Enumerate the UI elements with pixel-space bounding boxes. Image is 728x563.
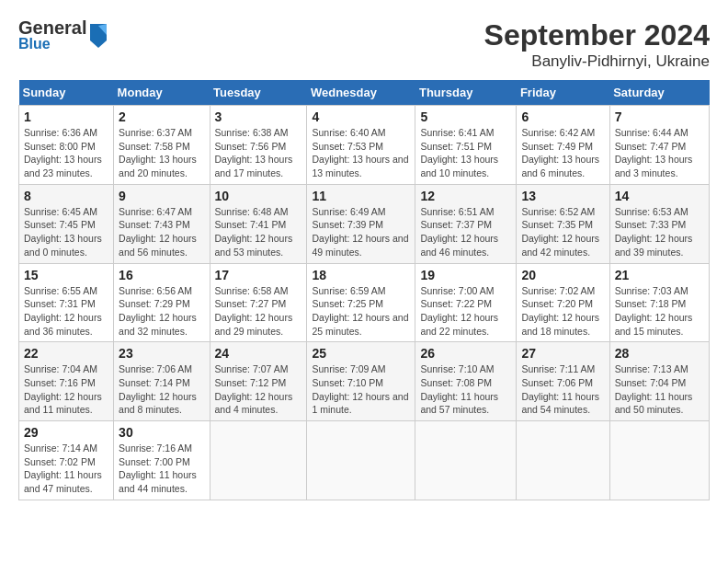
logo: General Blue xyxy=(18,18,108,52)
day-number: 21 xyxy=(615,268,704,282)
calendar-table: Sunday Monday Tuesday Wednesday Thursday… xyxy=(18,80,710,500)
day-number: 12 xyxy=(420,189,511,203)
day-info: Sunrise: 7:02 AMSunset: 7:20 PMDaylight:… xyxy=(521,285,599,337)
table-row: 8 Sunrise: 6:45 AMSunset: 7:45 PMDayligh… xyxy=(19,184,114,263)
col-tuesday: Tuesday xyxy=(210,80,307,106)
table-row: 29 Sunrise: 7:14 AMSunset: 7:02 PMDaylig… xyxy=(19,421,114,500)
day-number: 3 xyxy=(215,109,302,124)
day-info: Sunrise: 6:38 AMSunset: 7:56 PMDaylight:… xyxy=(215,127,293,178)
day-info: Sunrise: 6:52 AMSunset: 7:35 PMDaylight:… xyxy=(521,206,599,258)
table-row: 27 Sunrise: 7:11 AMSunset: 7:06 PMDaylig… xyxy=(517,342,609,421)
day-number: 14 xyxy=(615,189,704,203)
table-row: 9 Sunrise: 6:47 AMSunset: 7:43 PMDayligh… xyxy=(114,184,210,263)
table-row: 11 Sunrise: 6:49 AMSunset: 7:39 PMDaylig… xyxy=(307,184,415,263)
day-number: 25 xyxy=(312,346,410,361)
calendar-week-row: 15 Sunrise: 6:55 AMSunset: 7:31 PMDaylig… xyxy=(19,263,710,342)
day-info: Sunrise: 6:59 AMSunset: 7:25 PMDaylight:… xyxy=(312,285,408,337)
day-number: 23 xyxy=(119,346,204,361)
calendar-week-row: 29 Sunrise: 7:14 AMSunset: 7:02 PMDaylig… xyxy=(19,421,710,500)
day-info: Sunrise: 6:45 AMSunset: 7:45 PMDaylight:… xyxy=(24,206,102,258)
day-number: 9 xyxy=(119,189,204,203)
day-number: 8 xyxy=(24,189,108,203)
calendar-week-row: 1 Sunrise: 6:36 AMSunset: 8:00 PMDayligh… xyxy=(19,106,710,185)
day-info: Sunrise: 6:48 AMSunset: 7:41 PMDaylight:… xyxy=(215,206,293,258)
table-row xyxy=(609,421,709,500)
table-row: 25 Sunrise: 7:09 AMSunset: 7:10 PMDaylig… xyxy=(307,342,415,421)
title-block: September 2024 Banyliv-Pidhirnyi, Ukrain… xyxy=(484,18,710,71)
table-row: 26 Sunrise: 7:10 AMSunset: 7:08 PMDaylig… xyxy=(415,342,517,421)
day-number: 28 xyxy=(615,346,704,361)
day-info: Sunrise: 6:44 AMSunset: 7:47 PMDaylight:… xyxy=(615,127,693,178)
table-row: 21 Sunrise: 7:03 AMSunset: 7:18 PMDaylig… xyxy=(609,263,709,342)
col-saturday: Saturday xyxy=(609,80,709,106)
day-info: Sunrise: 6:36 AMSunset: 8:00 PMDaylight:… xyxy=(24,127,102,178)
table-row: 7 Sunrise: 6:44 AMSunset: 7:47 PMDayligh… xyxy=(609,106,709,185)
day-info: Sunrise: 7:14 AMSunset: 7:02 PMDaylight:… xyxy=(24,442,102,494)
day-info: Sunrise: 6:41 AMSunset: 7:51 PMDaylight:… xyxy=(420,127,498,178)
day-info: Sunrise: 6:51 AMSunset: 7:37 PMDaylight:… xyxy=(420,206,498,258)
day-number: 18 xyxy=(312,268,410,282)
day-info: Sunrise: 6:58 AMSunset: 7:27 PMDaylight:… xyxy=(215,285,293,337)
day-number: 22 xyxy=(24,346,108,361)
day-info: Sunrise: 6:37 AMSunset: 7:58 PMDaylight:… xyxy=(119,127,197,178)
day-number: 15 xyxy=(24,268,108,282)
day-number: 1 xyxy=(24,109,108,124)
day-info: Sunrise: 7:10 AMSunset: 7:08 PMDaylight:… xyxy=(420,363,498,415)
day-number: 30 xyxy=(119,425,204,440)
table-row: 22 Sunrise: 7:04 AMSunset: 7:16 PMDaylig… xyxy=(19,342,114,421)
day-info: Sunrise: 6:56 AMSunset: 7:29 PMDaylight:… xyxy=(119,285,197,337)
day-number: 27 xyxy=(521,346,604,361)
table-row xyxy=(210,421,307,500)
col-friday: Friday xyxy=(517,80,609,106)
day-info: Sunrise: 7:06 AMSunset: 7:14 PMDaylight:… xyxy=(119,363,197,415)
col-thursday: Thursday xyxy=(415,80,517,106)
table-row xyxy=(415,421,517,500)
table-row: 4 Sunrise: 6:40 AMSunset: 7:53 PMDayligh… xyxy=(307,106,415,185)
day-number: 10 xyxy=(215,189,302,203)
day-number: 5 xyxy=(420,109,511,124)
table-row: 10 Sunrise: 6:48 AMSunset: 7:41 PMDaylig… xyxy=(210,184,307,263)
table-row: 16 Sunrise: 6:56 AMSunset: 7:29 PMDaylig… xyxy=(114,263,210,342)
table-row: 12 Sunrise: 6:51 AMSunset: 7:37 PMDaylig… xyxy=(415,184,517,263)
table-row: 19 Sunrise: 7:00 AMSunset: 7:22 PMDaylig… xyxy=(415,263,517,342)
day-number: 13 xyxy=(521,189,604,203)
table-row: 15 Sunrise: 6:55 AMSunset: 7:31 PMDaylig… xyxy=(19,263,114,342)
day-info: Sunrise: 6:55 AMSunset: 7:31 PMDaylight:… xyxy=(24,285,102,337)
day-number: 11 xyxy=(312,189,410,203)
day-info: Sunrise: 7:11 AMSunset: 7:06 PMDaylight:… xyxy=(521,363,599,415)
day-number: 7 xyxy=(615,109,704,124)
day-info: Sunrise: 7:04 AMSunset: 7:16 PMDaylight:… xyxy=(24,363,102,415)
day-info: Sunrise: 6:40 AMSunset: 7:53 PMDaylight:… xyxy=(312,127,408,178)
day-number: 6 xyxy=(521,109,604,124)
table-row: 13 Sunrise: 6:52 AMSunset: 7:35 PMDaylig… xyxy=(517,184,609,263)
table-row: 6 Sunrise: 6:42 AMSunset: 7:49 PMDayligh… xyxy=(517,106,609,185)
calendar-week-row: 22 Sunrise: 7:04 AMSunset: 7:16 PMDaylig… xyxy=(19,342,710,421)
day-number: 4 xyxy=(312,109,410,124)
day-info: Sunrise: 6:49 AMSunset: 7:39 PMDaylight:… xyxy=(312,206,408,258)
table-row: 14 Sunrise: 6:53 AMSunset: 7:33 PMDaylig… xyxy=(609,184,709,263)
col-sunday: Sunday xyxy=(19,80,114,106)
page-subtitle: Banyliv-Pidhirnyi, Ukraine xyxy=(484,52,710,71)
page-title: September 2024 xyxy=(484,18,710,52)
calendar-week-row: 8 Sunrise: 6:45 AMSunset: 7:45 PMDayligh… xyxy=(19,184,710,263)
col-wednesday: Wednesday xyxy=(307,80,415,106)
table-row: 1 Sunrise: 6:36 AMSunset: 8:00 PMDayligh… xyxy=(19,106,114,185)
table-row: 24 Sunrise: 7:07 AMSunset: 7:12 PMDaylig… xyxy=(210,342,307,421)
day-number: 19 xyxy=(420,268,511,282)
day-info: Sunrise: 7:03 AMSunset: 7:18 PMDaylight:… xyxy=(615,285,693,337)
day-info: Sunrise: 7:16 AMSunset: 7:00 PMDaylight:… xyxy=(119,442,197,494)
day-number: 26 xyxy=(420,346,511,361)
day-info: Sunrise: 6:53 AMSunset: 7:33 PMDaylight:… xyxy=(615,206,693,258)
table-row xyxy=(517,421,609,500)
day-info: Sunrise: 7:09 AMSunset: 7:10 PMDaylight:… xyxy=(312,363,408,415)
page-header: General Blue September 2024 Banyliv-Pidh… xyxy=(18,18,710,71)
calendar-header-row: Sunday Monday Tuesday Wednesday Thursday… xyxy=(19,80,710,106)
table-row: 17 Sunrise: 6:58 AMSunset: 7:27 PMDaylig… xyxy=(210,263,307,342)
table-row: 20 Sunrise: 7:02 AMSunset: 7:20 PMDaylig… xyxy=(517,263,609,342)
day-number: 24 xyxy=(215,346,302,361)
day-number: 2 xyxy=(119,109,204,124)
table-row: 3 Sunrise: 6:38 AMSunset: 7:56 PMDayligh… xyxy=(210,106,307,185)
col-monday: Monday xyxy=(114,80,210,106)
table-row xyxy=(307,421,415,500)
day-info: Sunrise: 7:13 AMSunset: 7:04 PMDaylight:… xyxy=(615,363,693,415)
